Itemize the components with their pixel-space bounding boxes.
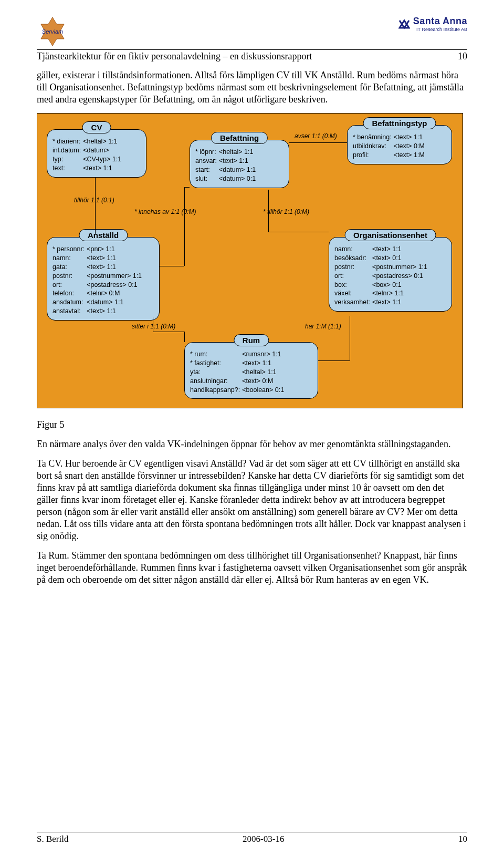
header-page-number: 10 [458,51,467,62]
header-divider [37,49,467,50]
rel-avser: avser 1:1 (0:M) [295,132,337,140]
intro-paragraph: gäller, existerar i tillståndsinformatio… [37,69,467,106]
er-diagram: CV * diarienr:<heltal> 1:1 inl.datum:<da… [37,113,463,408]
page-footer: S. Berild 2006-03-16 10 [37,832,467,844]
figure-label: Figur 5 [37,419,467,431]
footer-divider [37,832,467,832]
entity-befattning-title: Befattning [211,132,268,144]
entity-befattning: Befattning * löpnr:<heltal> 1:1 ansvar:<… [190,140,289,188]
svg-text:Serviam: Serviam [42,28,63,35]
rel-tillhor-1: tillhör 1:1 (0:1) [74,197,114,204]
rel-sitter: sitter i 1:1 (0:M) [132,323,175,330]
page-title: Tjänstearkitektur för en fiktiv personal… [37,51,312,62]
paragraph-3: Ta CV. Hur beroende är CV egentligen vis… [37,458,467,542]
footer-date: 2006-03-16 [243,834,284,844]
santa-anna-sub: IT Research Institute AB [413,27,467,32]
footer-author: S. Berild [37,834,68,844]
entity-befattningstyp-title: Befattningstyp [363,117,436,129]
footer-page: 10 [458,834,467,844]
rel-innehas: * innehas av 1:1 (0:M) [134,208,196,215]
serviam-logo-icon: Serviam [37,16,68,47]
santa-anna-logo: Santa Anna IT Research Institute AB [398,16,467,32]
entity-cv-title: CV [82,121,111,133]
paragraph-4: Ta Rum. Stämmer den spontana bedömningen… [37,550,467,586]
santa-anna-icon [398,18,410,30]
rel-har: har 1:M (1:1) [305,323,341,330]
entity-rum-title: Rum [234,334,269,346]
entity-organisationsenhet-title: Organisationsenhet [344,229,436,241]
entity-befattningstyp: Befattningstyp * benämning:<text> 1:1 ut… [347,125,452,164]
entity-anstalld-title: Anställd [79,229,128,241]
entity-rum: Rum * rum:<rumsnr> 1:1 * fastighet:<text… [184,342,318,399]
entity-anstalld: Anställd * personnr:<pnr> 1:1 namn:<text… [47,237,160,321]
rel-tillhor-2: * tillhör 1:1 (0:M) [263,208,309,215]
entity-cv: CV * diarienr:<heltal> 1:1 inl.datum:<da… [47,129,146,178]
entity-organisationsenhet: Organisationsenhet namn:<text> 1:1 besök… [329,237,452,312]
paragraph-2: En närmare analys över den valda VK-inde… [37,438,467,450]
santa-anna-name: Santa Anna [413,16,467,27]
